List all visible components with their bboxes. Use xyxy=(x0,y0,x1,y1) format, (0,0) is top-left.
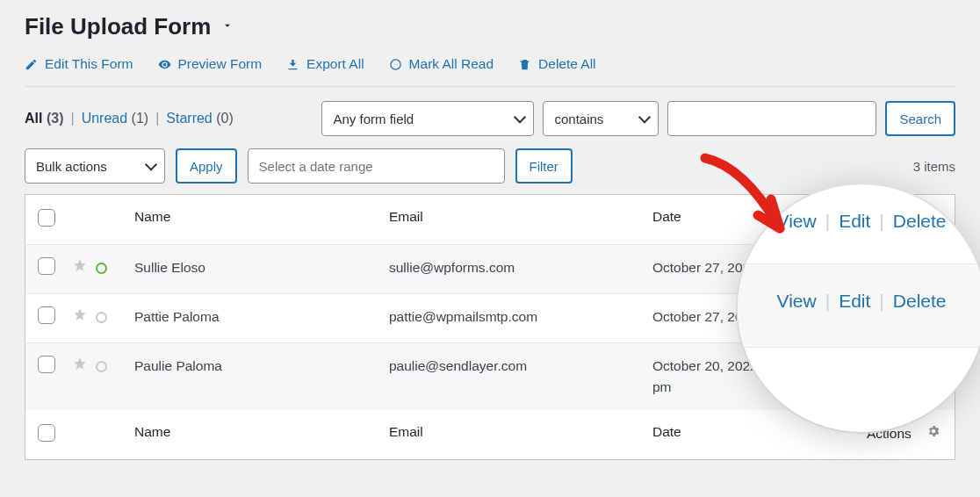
edit-link[interactable]: Edit xyxy=(839,291,870,312)
status-starred[interactable]: Starred (0) xyxy=(166,111,233,126)
delete-all-label: Delete All xyxy=(538,56,595,72)
cell-name: Paulie Paloma xyxy=(126,343,380,411)
toolbar-actions: Edit This Form Preview Form Export All M… xyxy=(25,56,955,72)
gear-icon[interactable] xyxy=(926,424,940,438)
column-header-email[interactable]: Email xyxy=(380,195,644,245)
status-unread[interactable]: Unread (1) xyxy=(82,111,149,126)
export-all-link[interactable]: Export All xyxy=(286,56,364,72)
edit-form-link[interactable]: Edit This Form xyxy=(25,56,133,72)
edit-form-label: Edit This Form xyxy=(45,56,133,72)
row-checkbox[interactable] xyxy=(38,306,55,324)
column-footer-email[interactable]: Email xyxy=(380,410,644,460)
delete-link[interactable]: Delete xyxy=(893,211,947,232)
form-switcher-chevron-icon[interactable] xyxy=(221,19,234,34)
export-icon xyxy=(286,58,299,71)
cell-email: sullie@wpforms.com xyxy=(380,245,644,294)
cell-email: paulie@sendlayer.com xyxy=(380,343,644,411)
read-indicator-icon[interactable] xyxy=(96,361,107,372)
filter-row-2: Bulk actions Apply Filter 3 items xyxy=(25,148,955,184)
eye-icon xyxy=(158,58,171,71)
view-link[interactable]: View xyxy=(777,291,817,312)
page-title: File Upload Form xyxy=(25,13,211,40)
trash-icon xyxy=(518,58,531,71)
filter-row-1: All (3) | Unread (1) | Starred (0) Any f… xyxy=(25,101,955,136)
apply-button[interactable]: Apply xyxy=(176,148,237,184)
preview-form-link[interactable]: Preview Form xyxy=(158,56,263,72)
search-button[interactable]: Search xyxy=(885,101,955,136)
cell-name: Sullie Eloso xyxy=(126,245,380,294)
status-filter-links: All (3) | Unread (1) | Starred (0) xyxy=(25,111,234,126)
circle-icon xyxy=(389,58,402,71)
date-range-input[interactable] xyxy=(248,148,505,184)
column-footer-date[interactable]: Date xyxy=(644,410,811,460)
status-all[interactable]: All (3) xyxy=(25,111,63,126)
column-header-name[interactable]: Name xyxy=(126,195,380,245)
bulk-action-select[interactable]: Bulk actions xyxy=(25,148,165,184)
row-checkbox[interactable] xyxy=(38,356,55,373)
magnified-row-actions: View | Edit | Delete xyxy=(738,264,980,348)
filter-condition-select[interactable]: contains xyxy=(543,101,659,136)
filter-field-select[interactable]: Any form field xyxy=(321,101,534,136)
cell-email: pattie@wpmailsmtp.com xyxy=(380,294,644,343)
page-title-row: File Upload Form xyxy=(25,13,955,40)
magnifier-callout: View | Edit | Delete View | Edit | Delet… xyxy=(738,184,980,432)
preview-form-label: Preview Form xyxy=(178,56,263,72)
pencil-icon xyxy=(25,58,38,71)
mark-all-read-link[interactable]: Mark All Read xyxy=(389,56,494,72)
unread-indicator-icon[interactable] xyxy=(96,263,107,274)
read-indicator-icon[interactable] xyxy=(96,312,107,323)
row-checkbox[interactable] xyxy=(38,257,55,275)
star-icon[interactable] xyxy=(73,356,87,377)
export-all-label: Export All xyxy=(306,56,364,72)
filter-button[interactable]: Filter xyxy=(515,148,573,184)
divider xyxy=(25,86,955,87)
star-icon[interactable] xyxy=(73,306,87,328)
items-count: 3 items xyxy=(913,159,955,174)
star-icon[interactable] xyxy=(73,257,87,278)
delete-all-link[interactable]: Delete All xyxy=(518,56,595,72)
cell-name: Pattie Paloma xyxy=(126,294,380,343)
select-all-footer-checkbox[interactable] xyxy=(38,424,55,442)
edit-link[interactable]: Edit xyxy=(839,211,870,232)
select-all-checkbox[interactable] xyxy=(38,209,55,227)
delete-link[interactable]: Delete xyxy=(893,291,947,312)
column-footer-name[interactable]: Name xyxy=(126,410,380,460)
filter-value-input[interactable] xyxy=(667,101,876,136)
mark-read-label: Mark All Read xyxy=(409,56,494,72)
view-link[interactable]: View xyxy=(777,211,817,232)
